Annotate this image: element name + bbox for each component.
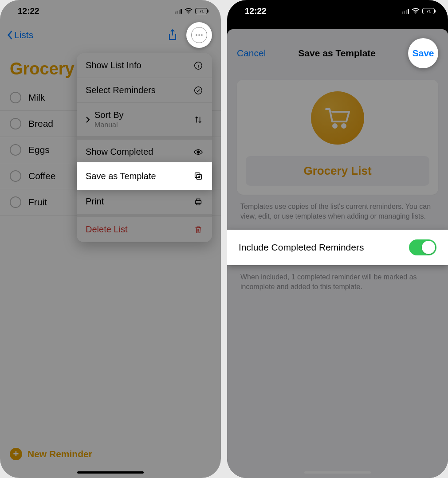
chevron-right-icon: [86, 116, 90, 123]
svg-point-0: [188, 12, 189, 13]
template-icon: [193, 171, 203, 181]
wifi-icon: [185, 8, 193, 14]
home-indicator: [304, 471, 371, 474]
battery-icon: 71: [195, 8, 208, 14]
svg-point-14: [342, 124, 346, 128]
back-label: Lists: [14, 30, 33, 40]
svg-point-2: [198, 34, 200, 36]
include-completed-toggle[interactable]: [409, 239, 436, 255]
left-screenshot: 12:22 71 Lists Grocery Milk Bread Eggs C…: [0, 0, 221, 478]
eye-icon: [193, 147, 203, 157]
checkbox-icon[interactable]: [10, 92, 21, 103]
list-icon-badge: [311, 91, 364, 145]
nav-bar: Lists: [0, 20, 221, 51]
clock: 12:22: [245, 6, 267, 16]
svg-rect-9: [196, 200, 201, 204]
reminder-text: Eggs: [28, 145, 50, 155]
chevron-left-icon: [6, 30, 13, 40]
status-bar: 12:22 71: [0, 0, 221, 20]
more-menu: Show List Info Select Reminders Sort By …: [77, 53, 212, 242]
reminder-text: Milk: [28, 92, 45, 103]
save-template-sheet: Cancel Save as Template Save Grocery Lis…: [227, 29, 448, 478]
include-completed-row[interactable]: Include Completed Reminders: [227, 230, 448, 265]
signal-icon: [402, 9, 409, 14]
share-icon[interactable]: [167, 29, 178, 41]
menu-show-list-info[interactable]: Show List Info: [77, 53, 212, 78]
sort-value: Manual: [94, 121, 124, 129]
reminder-text: Coffee: [28, 171, 56, 181]
status-right: 71: [175, 8, 208, 14]
plus-icon: +: [10, 448, 22, 460]
cart-icon: [323, 104, 352, 132]
back-button[interactable]: Lists: [6, 30, 33, 40]
sheet-header: Cancel Save as Template Save: [227, 29, 448, 77]
menu-show-completed[interactable]: Show Completed: [77, 137, 212, 165]
template-name-field[interactable]: Grocery List: [246, 156, 429, 186]
sort-arrows-icon: [193, 115, 203, 125]
right-screenshot: 12:22 71 Cancel Save as Template Save: [227, 0, 448, 478]
svg-point-5: [195, 86, 202, 94]
checkbox-icon[interactable]: [10, 144, 21, 156]
more-button[interactable]: [186, 22, 212, 48]
info-icon: [193, 61, 203, 71]
menu-select-reminders[interactable]: Select Reminders: [77, 78, 212, 103]
reminder-text: Bread: [28, 118, 53, 129]
reminder-text: Fruit: [28, 197, 47, 208]
svg-point-6: [197, 151, 200, 153]
trash-icon: [193, 225, 203, 235]
menu-sort-by[interactable]: Sort By Manual: [77, 103, 212, 137]
checkbox-icon[interactable]: [10, 118, 21, 129]
cancel-button[interactable]: Cancel: [237, 48, 266, 59]
wifi-icon: [412, 8, 420, 14]
battery-icon: 71: [422, 8, 435, 14]
svg-point-3: [201, 34, 203, 36]
toggle-footer: When included, 1 completed reminder will…: [227, 265, 448, 300]
signal-icon: [175, 9, 182, 14]
svg-point-13: [333, 124, 337, 128]
helper-text: Templates use copies of the list's curre…: [227, 195, 448, 230]
menu-delete-list[interactable]: Delete List: [77, 214, 212, 242]
home-indicator: [77, 471, 144, 474]
check-circle-icon: [193, 86, 203, 95]
new-reminder-button[interactable]: + New Reminder: [10, 448, 92, 460]
printer-icon: [193, 197, 203, 207]
template-card: Grocery List: [237, 80, 438, 195]
svg-point-12: [415, 12, 416, 13]
sheet-title: Save as Template: [298, 48, 376, 59]
status-bar: 12:22 71: [227, 0, 448, 20]
save-button[interactable]: Save: [408, 38, 438, 68]
status-right: 71: [402, 8, 435, 14]
toggle-label: Include Completed Reminders: [239, 242, 364, 253]
checkbox-icon[interactable]: [10, 196, 21, 208]
clock: 12:22: [18, 6, 39, 16]
svg-point-1: [196, 34, 197, 36]
highlight-save-as-template[interactable]: Save as Template: [77, 162, 212, 190]
menu-print[interactable]: Print: [77, 189, 212, 214]
more-icon: [193, 29, 205, 41]
checkbox-icon[interactable]: [10, 170, 21, 182]
